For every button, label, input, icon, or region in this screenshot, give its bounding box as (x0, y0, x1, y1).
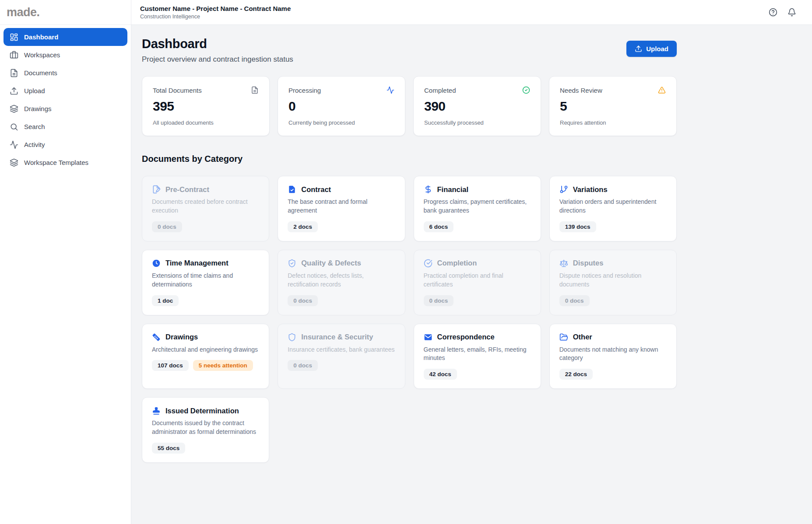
doc-count-badge: 55 docs (152, 443, 185, 454)
category-title: Financial (437, 185, 469, 194)
help-button[interactable] (769, 8, 777, 17)
scales-icon (559, 259, 568, 268)
stat-card-processing: Processing 0 Currently being processed (278, 76, 405, 136)
header-titles: Customer Name - Project Name - Contract … (140, 5, 291, 20)
category-description: Documents not matching any known categor… (559, 346, 667, 363)
category-card-pre-contract: Pre-Contract Documents created before co… (142, 176, 269, 241)
sidebar-item-label: Drawings (24, 105, 52, 112)
doc-count-badge: 0 docs (559, 295, 590, 306)
doc-count-badge: 6 docs (424, 221, 454, 232)
sidebar-item-activity[interactable]: Activity (4, 136, 127, 154)
category-title: Pre-Contract (165, 185, 209, 194)
category-grid: Pre-Contract Documents created before co… (142, 176, 677, 463)
stat-description: All uploaded documents (153, 119, 259, 126)
sidebar-item-label: Activity (24, 141, 45, 148)
category-description: Progress claims, payment certificates, b… (424, 198, 531, 215)
ruler-icon (152, 333, 161, 342)
category-description: Variation orders and superintendent dire… (559, 198, 667, 215)
help-icon (769, 8, 777, 17)
category-title: Other (573, 333, 592, 341)
content-container: Dashboard Project overview and contract … (131, 25, 687, 489)
sidebar-item-documents[interactable]: Documents (4, 64, 127, 82)
page-header: Dashboard Project overview and contract … (142, 37, 677, 64)
category-card-disputes: Disputes Dispute notices and resolution … (549, 250, 677, 315)
layers-icon (10, 158, 18, 167)
doc-count-badge: 0 docs (288, 295, 318, 306)
category-card-financial[interactable]: Financial Progress claims, payment certi… (414, 176, 541, 241)
sidebar-item-label: Upload (24, 87, 45, 94)
category-description: Documents created before contract execut… (152, 198, 259, 215)
sidebar-item-search[interactable]: Search (4, 118, 127, 136)
activity-icon (387, 86, 394, 94)
file-pen-icon (152, 185, 161, 194)
category-title: Correspondence (437, 333, 495, 341)
sidebar: made. Dashboard Workspaces Documents Upl… (0, 0, 131, 524)
layers-icon (10, 105, 18, 113)
stat-label: Processing (288, 87, 321, 94)
stat-value: 395 (153, 99, 259, 114)
category-card-other[interactable]: Other Documents not matching any known c… (549, 324, 677, 389)
briefcase-icon (10, 51, 18, 59)
category-description: Architectural and engineering drawings (152, 346, 259, 354)
stat-label: Needs Review (560, 87, 602, 94)
category-card-correspondence[interactable]: Correspondence General letters, emails, … (414, 324, 541, 389)
git-branch-icon (559, 185, 568, 194)
sidebar-nav: Dashboard Workspaces Documents Upload Dr… (0, 25, 131, 175)
activity-icon (10, 140, 18, 149)
sidebar-item-drawings[interactable]: Drawings (4, 100, 127, 118)
stat-card-needs-review: Needs Review 5 Requires attention (549, 76, 677, 136)
bell-icon (787, 8, 796, 17)
stat-value: 5 (560, 99, 666, 114)
sidebar-item-workspace-templates[interactable]: Workspace Templates (4, 154, 127, 171)
check-circle-icon (522, 86, 530, 94)
stat-description: Currently being processed (288, 119, 394, 126)
sidebar-item-dashboard[interactable]: Dashboard (4, 28, 127, 46)
category-description: Insurance certificates, bank guarantees (288, 346, 395, 354)
stat-value: 0 (288, 99, 394, 114)
sidebar-item-label: Dashboard (24, 33, 58, 41)
sidebar-item-label: Workspace Templates (24, 159, 88, 166)
sidebar-item-upload[interactable]: Upload (4, 82, 127, 100)
notifications-button[interactable] (787, 8, 796, 17)
category-description: Practical completion and final certifica… (424, 272, 531, 289)
dollar-sign-icon (424, 185, 432, 194)
brand-logo: made. (7, 6, 40, 19)
stat-label: Total Documents (153, 87, 202, 94)
upload-icon (635, 45, 642, 52)
logo-area: made. (0, 0, 131, 25)
upload-icon (10, 87, 18, 95)
folder-open-icon (559, 333, 568, 342)
shield-icon (288, 333, 296, 342)
category-card-time-management[interactable]: Time Management Extensions of time claim… (142, 250, 269, 315)
upload-button[interactable]: Upload (626, 41, 677, 57)
doc-count-badge: 107 docs (152, 360, 189, 371)
category-title: Disputes (573, 259, 604, 267)
category-card-drawings[interactable]: Drawings Architectural and engineering d… (142, 324, 269, 389)
shield-check-icon (288, 259, 296, 268)
header-actions (769, 8, 803, 17)
top-header: Customer Name - Project Name - Contract … (131, 0, 812, 25)
stamp-icon (152, 406, 161, 415)
sidebar-item-label: Workspaces (24, 51, 60, 59)
category-card-quality-defects: Quality & Defects Defect notices, defect… (278, 250, 405, 315)
category-title: Variations (573, 185, 608, 194)
needs-attention-badge: 5 needs attention (193, 360, 253, 371)
sidebar-item-workspaces[interactable]: Workspaces (4, 46, 127, 64)
category-card-contract[interactable]: Contract The base contract and formal ag… (278, 176, 405, 241)
category-title: Quality & Defects (301, 259, 361, 267)
category-description: General letters, emails, RFIs, meeting m… (424, 346, 531, 363)
doc-count-badge: 0 docs (152, 221, 182, 232)
mail-icon (424, 333, 432, 342)
category-card-issued-determination[interactable]: Issued Determination Documents issued by… (142, 397, 269, 463)
stats-grid: Total Documents 395 All uploaded documen… (142, 76, 677, 136)
category-card-insurance-security: Insurance & Security Insurance certifica… (278, 324, 405, 389)
category-card-completion: Completion Practical completion and fina… (414, 250, 541, 315)
category-card-variations[interactable]: Variations Variation orders and superint… (549, 176, 677, 241)
doc-count-badge: 2 docs (288, 221, 318, 232)
sidebar-item-label: Documents (24, 69, 57, 77)
context-subtitle: Construction Intelligence (140, 14, 291, 20)
search-icon (10, 122, 18, 131)
main-area[interactable]: Dashboard Project overview and contract … (131, 25, 812, 524)
page-subtitle: Project overview and contract ingestion … (142, 55, 293, 64)
clock-icon (152, 259, 161, 268)
